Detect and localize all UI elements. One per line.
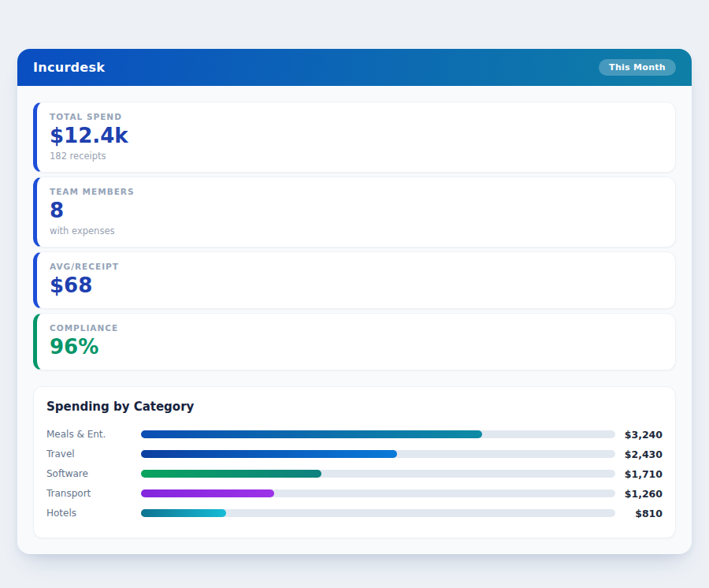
stat-card-compliance: COMPLIANCE 96% (33, 313, 676, 370)
stat-card-team-members: TEAM MEMBERS 8 with expenses (33, 177, 676, 247)
category-value: $2,430 (623, 448, 663, 460)
dashboard-content: TOTAL SPEND $12.4k 182 receipts TEAM MEM… (17, 86, 692, 554)
panel-title: Spending by Category (46, 400, 663, 414)
category-row-travel: Travel $2,430 (46, 445, 663, 464)
category-row-transport: Transport $1,260 (46, 484, 663, 504)
stat-label: TEAM MEMBERS (50, 187, 663, 196)
stat-subtext: 182 receipts (50, 151, 663, 162)
stat-label: TOTAL SPEND (50, 112, 663, 121)
category-label: Software (46, 468, 133, 479)
category-row-software: Software $1,710 (46, 464, 663, 484)
category-label: Hotels (46, 508, 133, 519)
category-value: $1,260 (623, 488, 663, 500)
bar-fill (141, 489, 274, 497)
period-badge[interactable]: This Month (599, 59, 676, 76)
bar-track (141, 450, 615, 458)
bar-fill (141, 450, 397, 458)
stat-label: COMPLIANCE (50, 323, 663, 333)
stat-label: AVG/RECEIPT (50, 262, 663, 271)
category-row-hotels: Hotels $810 (46, 504, 663, 523)
stat-value: $12.4k (50, 125, 663, 148)
stat-value: $68 (50, 274, 663, 298)
app-title: Incurdesk (33, 60, 105, 75)
app-header: Incurdesk This Month (17, 49, 692, 86)
bar-track (141, 509, 615, 517)
bar-track (141, 489, 615, 497)
bar-track (141, 470, 615, 478)
category-value: $1,710 (623, 468, 663, 480)
category-value: $810 (623, 508, 663, 519)
bar-fill (141, 430, 482, 438)
category-label: Travel (46, 448, 133, 460)
stat-value: 8 (50, 199, 663, 223)
spending-by-category-panel: Spending by Category Meals & Ent. $3,240… (33, 386, 676, 538)
stat-card-total-spend: TOTAL SPEND $12.4k 182 receipts (33, 102, 676, 173)
bar-fill (141, 470, 321, 478)
category-value: $3,240 (623, 429, 663, 441)
stat-value: 96% (50, 336, 663, 359)
dashboard-card: Incurdesk This Month TOTAL SPEND $12.4k … (17, 49, 692, 554)
category-label: Meals & Ent. (46, 429, 133, 440)
category-row-meals: Meals & Ent. $3,240 (46, 425, 663, 445)
stat-card-avg-receipt: AVG/RECEIPT $68 (33, 251, 676, 309)
bar-fill (141, 509, 226, 517)
category-label: Transport (46, 488, 133, 499)
stat-subtext: with expenses (50, 225, 663, 236)
bar-track (141, 430, 615, 438)
